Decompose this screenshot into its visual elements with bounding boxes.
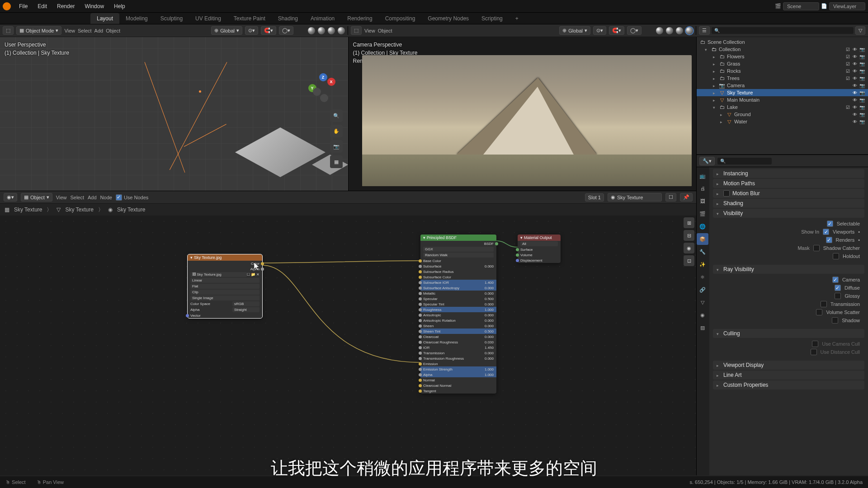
img-proj[interactable]: Flat [190,284,259,289]
menu-window[interactable]: Window [80,1,108,11]
tab-modeling[interactable]: Modeling [119,13,154,24]
chk-ray-diff[interactable]: ✓ [835,285,841,291]
bsdf-row[interactable]: Subsurface Anisotropy0.000 [420,285,496,291]
outliner-type[interactable]: ☰ [699,26,710,35]
tab-uv[interactable]: UV Editing [189,13,227,24]
nav-gizmo[interactable]: Z X Y [307,73,337,104]
outliner-item[interactable]: ▽Ground👁📷 [697,111,868,118]
bsdf-row[interactable]: Base Color [420,258,496,263]
object-menu-b[interactable]: Object [378,28,392,33]
tab-texture[interactable]: ▨ [697,322,708,333]
bsdf-row[interactable]: Anisotropic Rotation0.000 [420,318,496,323]
editor-type-3d[interactable]: ⬚ [3,26,14,35]
chk-shadow-catcher[interactable] [813,245,820,251]
node-material-output[interactable]: ▾ Material Output All Surface Volume Dis… [518,235,561,263]
node-image-texture[interactable]: ▾ Sky Texture.jpg Color Alpha 🖼 Sky Text… [188,254,262,318]
viewport-user[interactable]: User Perspective (1) Collection | Sky Te… [0,37,348,191]
tab-shading[interactable]: Shading [272,13,304,24]
bsdf-row[interactable]: Alpha1.000 [420,372,496,377]
sec-ray-vis[interactable]: Ray Visibility [713,265,864,274]
pivot-b[interactable]: ⊙▾ [593,26,606,35]
chk-ray-trans[interactable] [821,301,827,307]
editor-type-3d-b[interactable]: ⬚ [351,26,362,35]
tab-rendering[interactable]: Rendering [341,13,378,24]
tab-viewlayer[interactable]: 🖼 [697,195,708,207]
outliner-search[interactable]: 🔍 [712,27,854,34]
slot-select[interactable]: Slot 1 [585,193,604,202]
bsdf-row[interactable]: Emission [420,361,496,366]
bsdf-row[interactable]: Anisotropic0.000 [420,312,496,318]
chk-ray-glossy[interactable] [835,293,841,299]
scene-name[interactable]: Scene [783,2,819,10]
chk-dist-cull[interactable] [811,349,817,355]
bsdf-row[interactable]: Specular Tint0.000 [420,301,496,307]
bsdf-row[interactable]: Clearcoat Normal [420,383,496,388]
shading-wire-b[interactable] [656,27,663,34]
select-menu[interactable]: Select [78,28,92,33]
sec-visibility[interactable]: Visibility [713,209,864,218]
bsdf-row[interactable]: Emission Strength1.000 [420,366,496,372]
shading-matprev[interactable] [328,27,335,34]
outliner-item[interactable]: 🗀Lake☑👁📷 [697,103,868,111]
tab-material[interactable]: ◉ [697,309,708,321]
menu-edit[interactable]: Edit [33,1,52,11]
viewport-camera[interactable]: Camera Perspective (1) Collection | Sky … [349,37,697,191]
tab-scene[interactable]: 🎬 [697,208,708,220]
sec-custom-props[interactable]: Custom Properties [713,380,864,389]
view-menu-b[interactable]: View [364,28,375,33]
tab-output[interactable]: 🖨 [697,183,708,194]
material-select[interactable]: ◉ Sky Texture [608,193,662,202]
chk-viewports[interactable]: ✓ [823,229,829,235]
bsdf-row[interactable]: Specular0.500 [420,296,496,301]
node-node[interactable]: Node [100,195,112,200]
chk-selectable[interactable]: ✓ [827,221,833,227]
bsdf-row[interactable]: Sheen Tint0.500 [420,328,496,334]
sec-motion-blur[interactable]: Motion Blur [713,189,864,198]
node-principled-bsdf[interactable]: ▾ Principled BSDF BSDF GGX Random Walk B… [420,235,496,394]
viewlayer-name[interactable]: ViewLayer [829,2,865,10]
tab-texpaint[interactable]: Texture Paint [227,13,272,24]
menu-help[interactable]: Help [109,1,130,11]
bsdf-row[interactable]: IOR1.450 [420,345,496,350]
orientation[interactable]: ⊕ Global ▾ [211,26,242,35]
node-add[interactable]: Add [88,195,97,200]
bc-3[interactable]: Sky Texture [117,206,145,213]
node-select[interactable]: Select [70,195,84,200]
tab-render[interactable]: 📺 [697,170,708,182]
tab-physics[interactable]: ⚛ [697,271,708,283]
img-single[interactable]: Single Image [190,296,259,300]
bc-1[interactable]: Sky Texture [14,206,42,213]
sec-instancing[interactable]: Instancing [713,169,864,178]
chk-holdout[interactable] [833,253,839,259]
outliner-collection[interactable]: Collection [719,47,741,52]
node-img-title[interactable]: ▾ Sky Texture.jpg [188,254,262,261]
shader-editor-icon[interactable]: ◉▾ [4,193,17,202]
persp-btn[interactable]: ▦ [330,155,343,168]
chk-cam-cull[interactable] [812,341,818,347]
img-ext[interactable]: Clip [190,290,259,295]
bc-2[interactable]: Sky Texture [65,206,93,213]
menu-render[interactable]: Render [52,1,79,11]
tab-geonodes[interactable]: Geometry Nodes [421,13,475,24]
outliner-item[interactable]: 🗀Grass☑👁📷 [697,60,868,67]
img-file[interactable]: 🖼 Sky Texture.jpg [190,272,247,277]
outliner-item[interactable]: 🗀Flowers☑👁📷 [697,53,868,60]
prop-type[interactable]: 🔧▾ [699,157,715,165]
zoom-btn[interactable]: 🔍 [330,109,343,122]
mat-new[interactable]: ☐ [665,193,676,202]
out-target[interactable]: All [520,241,558,246]
bsdf-row[interactable]: Tangent [420,388,496,394]
prop-search[interactable]: 🔍 [717,158,772,164]
chk-ray-cam[interactable]: ✓ [832,277,839,283]
node-bsdf-title[interactable]: ▾ Principled BSDF [420,235,496,241]
sec-shading[interactable]: Shading [713,199,864,208]
sec-culling[interactable]: Culling [713,329,864,338]
tab-modifiers[interactable]: 🔧 [697,246,708,258]
node-tool-1[interactable]: ⊞ [684,217,694,228]
tab-animation[interactable]: Animation [304,13,341,24]
node-tool-2[interactable]: ⊟ [684,230,694,241]
bsdf-row[interactable]: Metallic0.000 [420,291,496,296]
outliner[interactable]: 🗀Scene Collection 🗀Collection ☑👁📷 🗀Flowe… [697,37,868,155]
camera-btn[interactable]: 📷 [330,140,343,153]
img-cs[interactable]: sRGB [232,301,259,306]
